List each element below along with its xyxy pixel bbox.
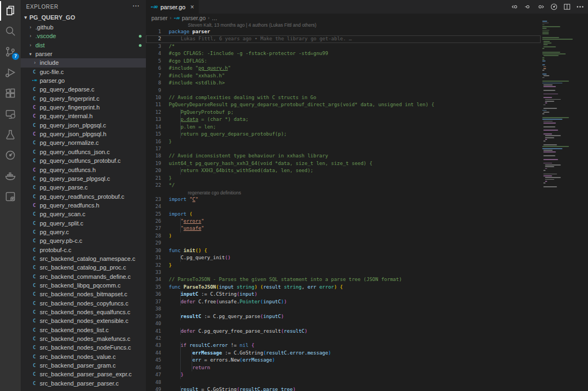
tree-file-pg_query.pb-c.c[interactable]: Cpg_query.pb-c.c: [21, 236, 146, 245]
tree-file-pg_query_outfuncs_protobuf.c[interactable]: Cpg_query_outfuncs_protobuf.c: [21, 156, 146, 165]
tree-folder-dist[interactable]: ›dist: [21, 41, 146, 50]
minimap-line: [543, 90, 555, 91]
minimap-line: [542, 39, 573, 40]
minimap-line: [543, 130, 558, 131]
tree-root-pg-query-go[interactable]: ▾ PG_QUERY_GO: [21, 13, 146, 22]
minimap[interactable]: [541, 21, 583, 391]
tree-file-pg_query_parse.c[interactable]: Cpg_query_parse.c: [21, 183, 146, 192]
views-more-actions-icon[interactable]: ⋯: [132, 2, 139, 10]
tree-file-protobuf-c.c[interactable]: Cprotobuf-c.c: [21, 246, 146, 254]
line-number: 41: [146, 328, 161, 335]
tree-folder-.github[interactable]: ›.github: [21, 23, 146, 32]
close-icon[interactable]: ×: [191, 3, 194, 11]
next-change-button[interactable]: [536, 2, 546, 12]
tree-file-src_backend_nodes_equalfuncs.c[interactable]: Csrc_backend_nodes_equalfuncs.c: [21, 308, 146, 316]
tree-file-src_backend_parser_parser.c[interactable]: Csrc_backend_parser_parser.c: [21, 379, 146, 388]
tree-item-label: pg_query_readfuncs_protobuf.c: [40, 192, 124, 201]
tree-file-src_backend_nodes_copyfuncs.c[interactable]: Csrc_backend_nodes_copyfuncs.c: [21, 299, 146, 308]
tree-item-label: pg_query.pb-c.c: [40, 236, 82, 245]
tree-file-src_backend_nodes_nodeFuncs.c[interactable]: Csrc_backend_nodes_nodeFuncs.c: [21, 343, 146, 352]
activity-extensions-button[interactable]: [0, 83, 21, 103]
breadcrumb-item-1[interactable]: parser.go: [182, 15, 206, 21]
tree-folder-parser[interactable]: ▾parser: [21, 50, 146, 58]
activity-gitlens-button[interactable]: [0, 145, 21, 166]
code-line-text: // Avoid inconsistent type behaviour in …: [169, 152, 328, 160]
c-header-file-icon: C: [32, 130, 37, 138]
line-number: 28: [146, 233, 161, 240]
c-file-icon: C: [32, 228, 37, 236]
code-line-9: 9: [146, 87, 541, 94]
activity-remote-explorer-button[interactable]: [0, 103, 21, 124]
tree-file-guc-file.c[interactable]: Cguc-file.c: [21, 68, 146, 76]
tree-file-pg_query_fingerprint.h[interactable]: Cpg_query_fingerprint.h: [21, 103, 146, 112]
codelens-annotation[interactable]: Steven Kalt, 13 months ago | 4 authors (…: [146, 22, 541, 28]
more-actions-button[interactable]: [575, 2, 585, 12]
tree-file-parser.go[interactable]: -∞parser.go: [21, 76, 146, 85]
tree-file-pg_query_deparse.c[interactable]: Cpg_query_deparse.c: [21, 85, 146, 94]
tree-item-label: src_backend_nodes_nodeFuncs.c: [40, 343, 131, 352]
tree-file-pg_query_outfuncs_json.c[interactable]: Cpg_query_outfuncs_json.c: [21, 148, 146, 156]
tree-file-pg_query_fingerprint.c[interactable]: Cpg_query_fingerprint.c: [21, 94, 146, 103]
tree-file-pg_query_scan.c[interactable]: Cpg_query_scan.c: [21, 210, 146, 218]
explorer-sidebar: EXPLORER ⋯ ▾ PG_QUERY_GO ›.github›.vscod…: [21, 0, 146, 391]
code-line-35: 35func ParseToJSON(input string) (result…: [146, 284, 541, 291]
code-editor[interactable]: Steven Kalt, 13 months ago | 4 authors (…: [146, 22, 541, 391]
code-line-text: #cgo LDFLAGS:: [169, 58, 207, 65]
tree-file-pg_query_outfuncs.h[interactable]: Cpg_query_outfuncs.h: [21, 166, 146, 174]
activity-source-control-button[interactable]: 7: [0, 41, 21, 62]
c-file-icon: C: [32, 138, 37, 147]
tree-file-pg_query_readfuncs.h[interactable]: Cpg_query_readfuncs.h: [21, 201, 146, 210]
breadcrumb-item-0[interactable]: parser: [151, 15, 168, 21]
activity-container-tools-button[interactable]: [0, 186, 21, 207]
minimap-line: [542, 70, 544, 71]
tree-file-pg_query_normalize.c[interactable]: Cpg_query_normalize.c: [21, 138, 146, 147]
gitlens-button[interactable]: [549, 2, 559, 12]
tree-file-pg_query_json_plpgsql.h[interactable]: Cpg_query_json_plpgsql.h: [21, 130, 146, 138]
tree-file-src_backend_nodes_makefuncs.c[interactable]: Csrc_backend_nodes_makefuncs.c: [21, 334, 146, 343]
open-changes-button[interactable]: [523, 2, 532, 12]
minimap-line: [542, 119, 562, 120]
editor-scrollbar[interactable]: [583, 14, 588, 391]
tree-item-label: pg_query_fingerprint.h: [40, 103, 100, 112]
code-line-8: 8#include <stdlib.h>: [146, 80, 541, 87]
activity-search-button[interactable]: [0, 21, 21, 41]
codelens-annotation[interactable]: regenerate cgo definitions: [146, 190, 541, 196]
minimap-line: [543, 66, 546, 68]
minimap-line: [545, 137, 554, 138]
tree-file-src_backend_catalog_namespace.c[interactable]: Csrc_backend_catalog_namespace.c: [21, 254, 146, 263]
code-line-text: err = errors.New(errMessage): [169, 357, 275, 364]
activity-run-and-debug-button[interactable]: [0, 62, 21, 83]
tree-file-src_backend_nodes_list.c[interactable]: Csrc_backend_nodes_list.c: [21, 326, 146, 334]
previous-change-button[interactable]: [510, 2, 519, 12]
tree-file-src_backend_catalog_pg_proc.c[interactable]: Csrc_backend_catalog_pg_proc.c: [21, 263, 146, 272]
c-file-icon: C: [32, 361, 37, 370]
gitlens-icon: [550, 3, 558, 11]
tree-file-src_backend_libpq_pqcomm.c[interactable]: Csrc_backend_libpq_pqcomm.c: [21, 281, 146, 290]
tree-file-pg_query_parse_plpgsql.c[interactable]: Cpg_query_parse_plpgsql.c: [21, 174, 146, 183]
tree-item-label: src_backend_commands_define.c: [40, 272, 131, 281]
tree-file-src_backend_nodes_bitmapset.c[interactable]: Csrc_backend_nodes_bitmapset.c: [21, 290, 146, 298]
tree-file-src_backend_nodes_extensible.c[interactable]: Csrc_backend_nodes_extensible.c: [21, 316, 146, 325]
activity-docker-button[interactable]: [0, 166, 21, 186]
activity-explorer-button[interactable]: [0, 0, 21, 21]
tree-file-pg_query_json_plpgsql.c[interactable]: Cpg_query_json_plpgsql.c: [21, 121, 146, 130]
tree-folder-include[interactable]: ›include: [21, 58, 146, 67]
tree-file-src_backend_parser_parse_expr.c[interactable]: Csrc_backend_parser_parse_expr.c: [21, 370, 146, 378]
tree-item-label: src_backend_parser_parse_expr.c: [40, 370, 132, 378]
tree-file-pg_query_split.c[interactable]: Cpg_query_split.c: [21, 219, 146, 228]
code-line-text: #include <stdlib.h>: [169, 80, 225, 87]
tree-file-pg_query.c[interactable]: Cpg_query.c: [21, 228, 146, 236]
minimap-line: [542, 57, 544, 58]
split-editor-button[interactable]: [562, 2, 572, 12]
breadcrumb-item-2[interactable]: …: [212, 15, 218, 21]
tree-file-pg_query_readfuncs_protobuf.c[interactable]: Cpg_query_readfuncs_protobuf.c: [21, 192, 146, 201]
c-file-icon: C: [32, 299, 37, 308]
tab-parser-go[interactable]: -∞ parser.go ×: [146, 0, 199, 14]
minimap-line: [543, 144, 556, 145]
tree-file-src_backend_nodes_value.c[interactable]: Csrc_backend_nodes_value.c: [21, 352, 146, 361]
tree-file-src_backend_commands_define.c[interactable]: Csrc_backend_commands_define.c: [21, 272, 146, 281]
tree-folder-.vscode[interactable]: ›.vscode: [21, 32, 146, 40]
tree-file-src_backend_parser_gram.c[interactable]: Csrc_backend_parser_gram.c: [21, 361, 146, 370]
tree-file-pg_query_internal.h[interactable]: Cpg_query_internal.h: [21, 112, 146, 120]
activity-testing-button[interactable]: [0, 124, 21, 145]
